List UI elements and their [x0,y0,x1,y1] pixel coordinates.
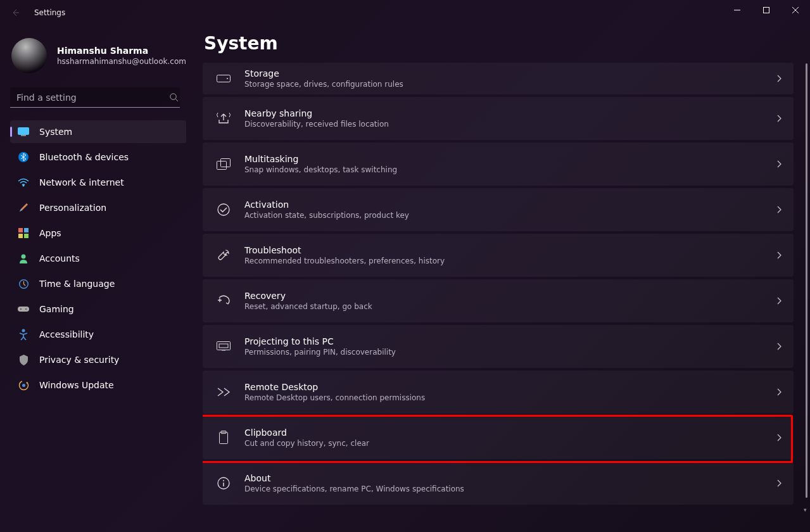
nav-item-system[interactable]: System [10,120,186,143]
nav-item-update[interactable]: Windows Update [10,374,186,396]
svg-rect-2 [18,128,29,135]
svg-point-10 [22,255,26,259]
card-storage[interactable]: StorageStorage space, drives, configurat… [203,63,794,94]
card-about[interactable]: AboutDevice specifications, rename PC, W… [203,462,794,505]
search-input[interactable] [10,87,180,108]
nav-item-accessibility[interactable]: Accessibility [10,323,186,346]
clipboard-icon [217,431,231,445]
card-title: Storage [244,68,763,79]
svg-point-5 [23,185,25,187]
nav-item-time[interactable]: Time & language [10,272,186,295]
card-sub: Activation state, subscriptions, product… [244,211,763,220]
share-icon [217,111,231,125]
close-button[interactable] [781,0,810,20]
nav: System Bluetooth & devices Network & int… [10,120,186,396]
clock-icon [18,278,29,289]
remote-icon [217,385,231,399]
card-sub: Cut and copy history, sync, clear [244,439,763,448]
chevron-right-icon [777,343,782,350]
window-controls [723,0,810,20]
chevron-right-icon [777,206,782,213]
card-title: Nearby sharing [244,108,763,118]
scrollbar-down-icon[interactable]: ▾ [804,507,809,513]
card-title: Clipboard [244,428,763,438]
search-wrap [10,87,186,108]
chevron-right-icon [777,434,782,441]
minimize-button[interactable] [723,0,752,20]
maximize-button[interactable] [752,0,781,20]
card-recovery[interactable]: RecoveryReset, advanced startup, go back [203,279,794,322]
multitask-icon [217,157,231,171]
scrollbar[interactable]: ▾ [804,63,809,512]
svg-point-29 [223,480,224,481]
nav-label: Windows Update [39,380,114,390]
svg-rect-19 [217,75,231,82]
chevron-right-icon [777,479,782,487]
svg-rect-13 [18,307,29,312]
nav-label: Bluetooth & devices [39,152,129,162]
svg-rect-3 [21,135,26,136]
card-sub: Remote Desktop users, connection permiss… [244,393,763,402]
back-button [5,3,25,23]
page-title: System [204,33,799,54]
card-title: Activation [244,200,763,210]
nav-item-bluetooth[interactable]: Bluetooth & devices [10,146,186,168]
card-sub: Storage space, drives, configuration rul… [244,80,763,89]
brush-icon [18,202,29,213]
card-clipboard[interactable]: ClipboardCut and copy history, sync, cle… [203,416,794,459]
nav-label: System [39,127,72,137]
chevron-right-icon [777,115,782,122]
bluetooth-icon [18,151,29,163]
nav-item-gaming[interactable]: Gaming [10,298,186,320]
search-icon [169,92,179,102]
nav-label: Network & internet [39,177,124,187]
nav-label: Personalization [39,203,106,213]
svg-point-18 [22,384,25,387]
chevron-right-icon [777,160,782,168]
nav-item-accounts[interactable]: Accounts [10,247,186,270]
system-icon [18,126,29,137]
card-title: Multitasking [244,154,763,164]
card-projecting[interactable]: Projecting to this PCPermissions, pairin… [203,325,794,368]
svg-rect-22 [221,159,231,167]
card-sub: Device specifications, rename PC, Window… [244,484,763,493]
person-icon [18,253,29,264]
svg-rect-0 [764,8,769,13]
nav-label: Gaming [39,304,74,314]
main: System StorageStorage space, drives, con… [196,25,810,532]
shield-icon [18,354,29,365]
card-title: About [244,473,763,483]
check-circle-icon [217,203,231,217]
nav-item-apps[interactable]: Apps [10,222,186,244]
svg-point-1 [170,94,176,99]
profile-name: Himanshu Sharma [57,46,186,56]
scrollbar-thumb[interactable] [806,63,807,498]
svg-rect-7 [24,228,28,232]
chevron-right-icon [777,388,782,396]
nav-item-network[interactable]: Network & internet [10,171,186,194]
card-remote-desktop[interactable]: Remote DesktopRemote Desktop users, conn… [203,370,794,414]
wifi-icon [18,177,29,188]
card-sub: Discoverability, received files location [244,120,763,129]
card-nearby-sharing[interactable]: Nearby sharingDiscoverability, received … [203,97,794,140]
svg-rect-25 [219,344,228,348]
window-title: Settings [34,8,65,17]
card-troubleshoot[interactable]: TroubleshootRecommended troubleshooters,… [203,234,794,277]
card-title: Remote Desktop [244,382,763,392]
card-sub: Snap windows, desktops, task switching [244,165,763,174]
nav-label: Time & language [39,279,115,289]
card-title: Projecting to this PC [244,336,763,346]
profile-section[interactable]: Himanshu Sharma hssharmahimanshu@outlook… [10,30,186,87]
info-icon [217,476,231,490]
chevron-right-icon [777,75,782,82]
project-icon [217,339,231,353]
nav-item-privacy[interactable]: Privacy & security [10,348,186,371]
nav-item-personalization[interactable]: Personalization [10,196,186,219]
card-multitasking[interactable]: MultitaskingSnap windows, desktops, task… [203,142,794,186]
nav-label: Privacy & security [39,355,119,365]
card-activation[interactable]: ActivationActivation state, subscription… [203,188,794,231]
svg-point-14 [20,308,22,310]
card-sub: Recommended troubleshooters, preferences… [244,256,763,265]
profile-email: hssharmahimanshu@outlook.com [57,57,186,66]
card-sub: Reset, advanced startup, go back [244,302,763,311]
